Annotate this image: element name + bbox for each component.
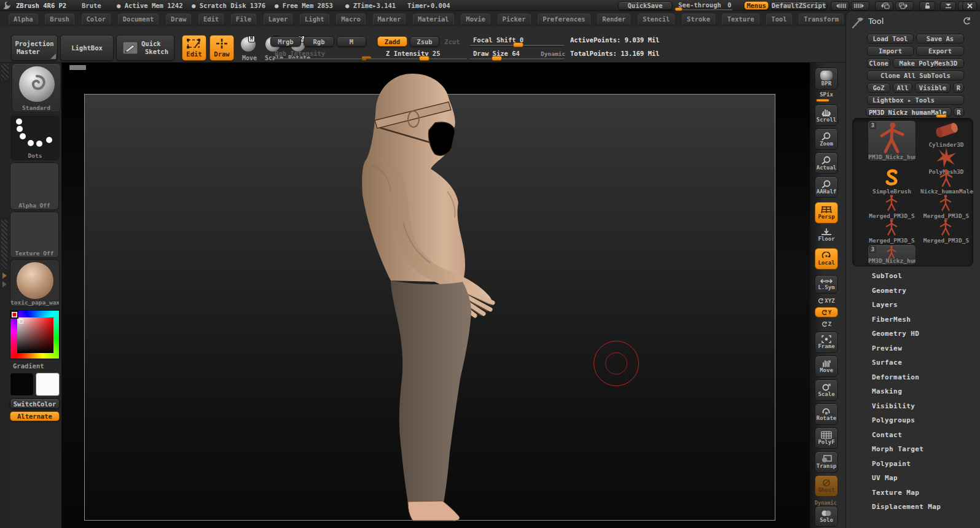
menu-edit[interactable]: Edit (198, 14, 224, 25)
make-polymesh3d-button[interactable]: Make PolyMesh3D (893, 58, 964, 68)
zadd-button[interactable]: Zadd (377, 36, 407, 47)
menu-alpha[interactable]: Alpha (9, 14, 38, 25)
alternate-button[interactable]: Alternate (10, 411, 60, 421)
section-polygroups[interactable]: Polygroups (872, 416, 915, 424)
edit-button[interactable]: Edit (182, 35, 206, 61)
lightbox-tools-button[interactable]: Lightbox ▸ Tools (867, 95, 964, 105)
draw-button[interactable]: Draw (210, 35, 234, 61)
zsub-button[interactable]: Zsub (410, 36, 439, 47)
menu-document[interactable]: Document (118, 14, 159, 25)
switchcolor-button[interactable]: SwitchColor (10, 398, 60, 409)
close-window-button[interactable] (962, 1, 977, 10)
goz-button[interactable]: GoZ (867, 83, 890, 93)
current-brush-button[interactable]: Standard (12, 63, 61, 112)
section-fibermesh[interactable]: FiberMesh (872, 316, 911, 324)
sculpted-figure[interactable] (344, 69, 498, 523)
small-selected-thumbnail[interactable]: 3 PM3D_Nickz_humanMale (868, 244, 916, 265)
xyz-button[interactable]: XYZ (815, 296, 838, 306)
actual-button[interactable]: Actual (815, 152, 838, 174)
menu-material[interactable]: Material (413, 14, 454, 25)
section-displacement-map[interactable]: Displacement Map (872, 503, 941, 511)
sculpt-canvas[interactable] (61, 63, 810, 528)
rotate-right-button[interactable]: Rotate (815, 403, 838, 425)
import-button[interactable]: Import (867, 46, 914, 56)
menu-transform[interactable]: Transform (799, 14, 844, 25)
mrgb-button[interactable]: Mrgb (270, 36, 301, 47)
scroll-button[interactable]: Scroll (815, 104, 838, 126)
draw-size-handle[interactable] (492, 56, 502, 61)
section-visibility[interactable]: Visibility (872, 402, 915, 410)
menu-preferences[interactable]: Preferences (538, 14, 590, 25)
menu-macro[interactable]: Macro (336, 14, 366, 25)
move-right-button[interactable]: Move (815, 355, 838, 377)
solo-button[interactable]: Solo (815, 506, 838, 527)
section-contact[interactable]: Contact (872, 431, 902, 439)
thumb-merged-1[interactable]: Merged_PM3D_S (868, 195, 916, 219)
lsym-button[interactable]: L.Sym (815, 275, 838, 293)
thumb-cylinder3d[interactable]: Cylinder3D (920, 120, 972, 148)
lightbox-button[interactable]: LightBox (60, 35, 114, 61)
frame-button[interactable]: Frame (815, 332, 838, 353)
current-material-button[interactable]: toxic_papa_wax (10, 260, 60, 307)
menu-render[interactable]: Render (597, 14, 630, 25)
section-polypaint[interactable]: Polypaint (872, 460, 911, 468)
spix-handle[interactable] (816, 99, 829, 102)
section-geometry-hd[interactable]: Geometry HD (872, 330, 919, 338)
projection-master-button[interactable]: Projection Master (11, 35, 58, 61)
local-button[interactable]: Local (815, 248, 838, 270)
current-stroke-button[interactable]: Dots (10, 114, 60, 160)
scale-right-button[interactable]: Scale (815, 379, 838, 401)
menu-draw[interactable]: Draw (166, 14, 191, 25)
gradient-button[interactable]: Gradient (10, 361, 60, 371)
thumb-merged-4[interactable]: Merged_PM3D_S (919, 219, 973, 244)
rail-collapse-arrow-icon[interactable] (2, 281, 7, 287)
y-button[interactable]: Y (815, 307, 838, 317)
section-subtool[interactable]: SubTool (872, 272, 902, 280)
menu-light[interactable]: Light (300, 14, 329, 25)
ghost-button[interactable]: Ghost (815, 475, 838, 497)
clone-all-subtools-button[interactable]: Clone All SubTools (867, 71, 964, 80)
rail-expand-arrow-icon[interactable] (2, 273, 7, 279)
current-texture-button[interactable]: Texture Off (10, 212, 59, 258)
rgb-button[interactable]: Rgb (304, 36, 334, 47)
section-geometry[interactable]: Geometry (872, 287, 906, 295)
z-intensity-handle[interactable] (419, 56, 429, 61)
dynamic-right-label[interactable]: Dynamic (815, 500, 837, 506)
export-button[interactable]: Export (916, 46, 964, 56)
section-uv-map[interactable]: UV Map (872, 474, 898, 482)
tool-r-button[interactable]: R (954, 107, 964, 117)
menu-texture[interactable]: Texture (722, 14, 759, 25)
transp-button[interactable]: Transp (815, 451, 838, 473)
rgb-intensity-track[interactable] (275, 58, 375, 60)
menu-file[interactable]: File (231, 14, 256, 25)
menu-color[interactable]: Color (82, 14, 111, 25)
clone-button[interactable]: Clone (867, 58, 890, 68)
minimize-button[interactable] (940, 1, 956, 10)
thumb-merged-2[interactable]: Merged_PM3D_S (919, 195, 973, 219)
spix-slider[interactable]: SPix (815, 91, 838, 98)
z-button[interactable]: Z (815, 319, 838, 329)
color-picker[interactable] (10, 310, 60, 359)
visible-button[interactable]: Visible (915, 83, 951, 93)
persp-button[interactable]: Persp (815, 202, 838, 223)
all-button[interactable]: All (893, 83, 912, 93)
zoom-button[interactable]: Zoom (815, 128, 838, 150)
m-button[interactable]: M (337, 36, 366, 47)
goz-r-button[interactable]: R (953, 83, 964, 93)
current-color-swatch[interactable] (10, 311, 18, 319)
menu-stroke[interactable]: Stroke (682, 14, 715, 25)
thumb-nickz-humanmale[interactable]: Nickz_humanMale (920, 169, 973, 195)
thumb-merged-3[interactable]: Merged_PM3D_S (868, 219, 916, 244)
scrub-left-button[interactable] (831, 1, 849, 10)
section-layers[interactable]: Layers (872, 301, 898, 309)
lock-button[interactable] (919, 1, 935, 10)
menu-picker[interactable]: Picker (498, 14, 531, 25)
section-preview[interactable]: Preview (872, 344, 902, 352)
see-through-track[interactable] (676, 9, 732, 10)
menu-marker[interactable]: Marker (373, 14, 406, 25)
section-surface[interactable]: Surface (872, 359, 902, 367)
menu-layer[interactable]: Layer (264, 14, 293, 25)
menu-brush[interactable]: Brush (45, 14, 74, 25)
panel-reset-icon[interactable] (963, 17, 971, 25)
focal-shift-handle[interactable] (513, 42, 523, 47)
